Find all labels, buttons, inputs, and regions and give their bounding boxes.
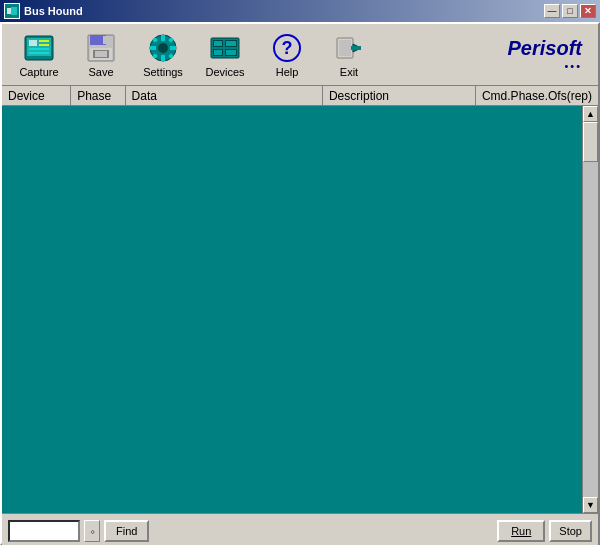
data-area: [2, 106, 582, 513]
svg-rect-20: [150, 46, 156, 50]
svg-rect-34: [226, 50, 236, 55]
save-label: Save: [88, 66, 113, 78]
title-bar-controls: — □ ✕: [544, 4, 596, 18]
find-input[interactable]: [8, 520, 80, 542]
scroll-up-button[interactable]: ▲: [583, 106, 598, 122]
exit-button[interactable]: Exit: [320, 28, 378, 82]
perisoft-logo: Perisoft •••: [508, 37, 590, 72]
svg-rect-21: [170, 46, 176, 50]
svg-rect-15: [95, 51, 107, 57]
svg-rect-18: [161, 35, 165, 41]
svg-rect-1: [7, 8, 11, 14]
svg-rect-38: [339, 40, 351, 56]
save-button[interactable]: Save: [72, 28, 130, 82]
capture-label: Capture: [19, 66, 58, 78]
svg-point-17: [158, 43, 168, 53]
svg-rect-6: [39, 40, 49, 42]
title-bar-left: Bus Hound: [4, 3, 83, 19]
svg-rect-31: [214, 41, 222, 46]
col-phase-header: Phase: [71, 86, 125, 105]
find-spinner[interactable]: ⬦: [84, 520, 100, 542]
settings-label: Settings: [143, 66, 183, 78]
settings-icon: [147, 32, 179, 64]
save-icon: [85, 32, 117, 64]
svg-rect-40: [351, 46, 361, 50]
stop-button[interactable]: Stop: [549, 520, 592, 542]
close-button[interactable]: ✕: [580, 4, 596, 18]
svg-text:?: ?: [282, 38, 293, 58]
title-bar: Bus Hound — □ ✕: [0, 0, 600, 22]
app-icon: [4, 3, 20, 19]
window-title: Bus Hound: [24, 5, 83, 17]
minimize-button[interactable]: —: [544, 4, 560, 18]
svg-rect-32: [226, 41, 236, 46]
svg-rect-33: [214, 50, 222, 55]
toolbar: Capture Save: [2, 24, 598, 86]
svg-rect-9: [29, 52, 49, 54]
svg-rect-8: [29, 48, 49, 50]
find-button[interactable]: Find: [104, 520, 149, 542]
maximize-button[interactable]: □: [562, 4, 578, 18]
perisoft-dots: •••: [564, 60, 582, 72]
bottom-bar: ⬦ Find Run Stop: [2, 513, 598, 545]
capture-button[interactable]: Capture: [10, 28, 68, 82]
main-window: Capture Save: [0, 22, 600, 545]
exit-icon: [333, 32, 365, 64]
svg-rect-19: [161, 55, 165, 61]
vertical-scrollbar[interactable]: ▲ ▼: [582, 106, 598, 513]
svg-rect-7: [39, 44, 49, 46]
help-icon: ?: [271, 32, 303, 64]
data-area-wrapper: ▲ ▼: [2, 106, 598, 513]
devices-label: Devices: [205, 66, 244, 78]
svg-rect-5: [29, 40, 37, 46]
exit-label: Exit: [340, 66, 358, 78]
settings-button[interactable]: Settings: [134, 28, 192, 82]
col-data-header: Data: [126, 86, 323, 105]
svg-rect-12: [103, 36, 107, 44]
column-header-row: Device Phase Data Description Cmd.Phase.…: [2, 86, 598, 106]
col-device-header: Device: [2, 86, 71, 105]
perisoft-text: Perisoft: [508, 37, 582, 60]
devices-button[interactable]: Devices: [196, 28, 254, 82]
scroll-thumb[interactable]: [583, 122, 598, 162]
scroll-track[interactable]: [583, 122, 598, 497]
col-description-header: Description: [323, 86, 476, 105]
help-label: Help: [276, 66, 299, 78]
run-button[interactable]: Run: [497, 520, 545, 542]
capture-icon: [23, 32, 55, 64]
help-button[interactable]: ? Help: [258, 28, 316, 82]
scroll-down-button[interactable]: ▼: [583, 497, 598, 513]
svg-rect-2: [11, 7, 17, 15]
devices-icon: [209, 32, 241, 64]
col-cmd-header: Cmd.Phase.Ofs(rep): [476, 86, 598, 105]
